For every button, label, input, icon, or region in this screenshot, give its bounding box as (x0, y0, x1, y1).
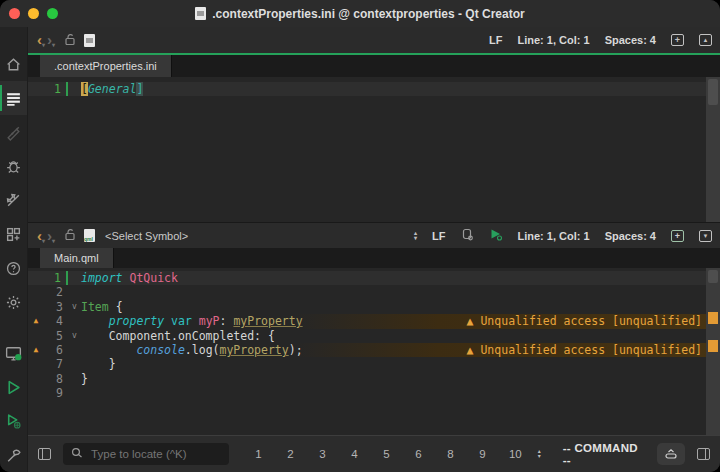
back-button[interactable]: ‹▾ (36, 32, 46, 48)
code-line-5[interactable]: 5v Component.onCompleted: { (28, 329, 720, 343)
toggle-left-sidebar-icon[interactable] (38, 448, 51, 460)
file-encoding-icon[interactable] (461, 228, 474, 243)
code-line-2[interactable]: 2 (28, 285, 720, 299)
code-line-9[interactable]: 9 (28, 386, 720, 400)
sidebar-item-debug[interactable] (0, 149, 27, 183)
sidebar-item-projects[interactable] (0, 183, 27, 217)
close-window-button[interactable] (9, 8, 20, 19)
top-tab-bar: .contextProperties.ini (28, 55, 720, 77)
sidebar-item-settings[interactable] (0, 285, 27, 319)
top-editor-toolbar: ‹▾ ›▾ LF Line: 1, Col: 1 Spaces: 4 + ▲ (28, 27, 720, 53)
toggle-right-sidebar-icon[interactable] (697, 448, 710, 460)
code-text: Item { (81, 300, 123, 314)
fold-spacer (68, 314, 81, 328)
sidebar-item-help[interactable] (0, 251, 27, 285)
kit-selector-button[interactable] (0, 336, 27, 370)
sidebar-item-edit[interactable] (0, 81, 27, 115)
locator-input[interactable] (89, 447, 219, 461)
code-line-8[interactable]: 8} (28, 372, 720, 386)
output-pane-button-9[interactable]: 9 (477, 448, 488, 460)
minimize-window-button[interactable] (28, 8, 39, 19)
zoom-window-button[interactable] (47, 8, 58, 19)
status-bar: 1234568910 ▴▾ -- COMMAND -- (28, 435, 720, 472)
output-pane-button-6[interactable]: 6 (413, 448, 424, 460)
line-number: 2 (44, 285, 68, 299)
code-line-1[interactable]: 1[General] (28, 82, 720, 96)
bottom-tab-bar: Main.qml (28, 248, 720, 268)
bottom-editor-toolbar: ‹▾ ›▾ <Select Symbol> ▴▾ LF Line: 1, Col… (28, 222, 720, 248)
split-editor-button[interactable]: + (671, 230, 684, 242)
code-line-4[interactable]: ▲4 property var myP: myProperty▲ Unquali… (28, 314, 720, 328)
bug-icon (5, 158, 22, 175)
line-ending-indicator[interactable]: LF (432, 230, 445, 242)
scrollbar-thumb[interactable] (708, 270, 718, 283)
sidebar-item-welcome[interactable] (0, 47, 27, 81)
forward-button[interactable]: ›▾ (46, 32, 56, 48)
run-debug-icon (5, 413, 22, 430)
code-line-1[interactable]: 1import QtQuick (28, 271, 720, 285)
output-pane-button-5[interactable]: 5 (381, 448, 392, 460)
back-button[interactable]: ‹▾ (36, 228, 46, 244)
locator-field[interactable] (63, 443, 229, 465)
warning-mark[interactable] (708, 312, 718, 324)
output-pane-toggle-button[interactable] (657, 443, 685, 465)
gutter-spacer (28, 357, 44, 371)
scrollbar-bottom-editor[interactable] (706, 268, 720, 435)
edit-icon (5, 90, 22, 107)
gutter-spacer (28, 271, 44, 285)
file-type-icon (84, 34, 95, 47)
line-ending-indicator[interactable]: LF (489, 34, 502, 46)
output-pane-button-1[interactable]: 1 (253, 448, 264, 460)
symbol-combo-spinner-icon[interactable]: ▴▾ (414, 231, 417, 241)
title-bar[interactable]: .contextProperties.ini @ contextproperti… (0, 0, 720, 27)
output-pane-spinner-icon[interactable]: ▴▾ (538, 449, 541, 459)
cursor-position-indicator[interactable]: Line: 1, Col: 1 (518, 230, 590, 242)
tab-contextproperties-ini[interactable]: .contextProperties.ini (40, 55, 172, 77)
run-button[interactable] (0, 370, 27, 404)
indentation-indicator[interactable]: Spaces: 4 (605, 230, 656, 242)
fold-marker-icon[interactable]: v (68, 300, 81, 314)
hammer-icon (5, 447, 22, 464)
code-line-7[interactable]: 7 } (28, 357, 720, 371)
mode-sidebar (0, 27, 28, 472)
line-number: 5 (44, 329, 68, 343)
qml-editor[interactable]: 1import QtQuick23vItem {▲4 property var … (28, 268, 720, 435)
ini-editor[interactable]: 1[General] (28, 77, 720, 222)
line-number: 9 (44, 386, 68, 400)
close-split-button[interactable]: ▼ (699, 230, 712, 242)
gutter-spacer (28, 386, 44, 400)
unlock-icon[interactable] (64, 33, 76, 48)
sidebar-item-extensions[interactable] (0, 217, 27, 251)
output-pane-button-3[interactable]: 3 (317, 448, 328, 460)
split-editor-button[interactable]: + (671, 34, 684, 46)
output-pane-buttons: 1234568910 (253, 448, 522, 460)
cursor-position-indicator[interactable]: Line: 1, Col: 1 (518, 34, 590, 46)
output-pane-button-2[interactable]: 2 (285, 448, 296, 460)
fold-spacer (68, 82, 81, 96)
run-debug-button[interactable] (0, 404, 27, 438)
scrollbar-top-editor[interactable] (706, 77, 720, 222)
fold-spacer (68, 285, 81, 299)
symbol-selector-combo[interactable]: <Select Symbol> (105, 230, 188, 242)
output-pane-button-8[interactable]: 8 (445, 448, 456, 460)
tab-main-qml[interactable]: Main.qml (40, 248, 114, 268)
code-line-6[interactable]: ▲6 console.log(myProperty);▲ Unqualified… (28, 343, 720, 357)
help-icon (5, 260, 22, 277)
output-pane-button-10[interactable]: 10 (509, 448, 522, 460)
unlock-icon[interactable] (64, 228, 76, 243)
fold-spacer (68, 271, 81, 285)
output-pane-button-4[interactable]: 4 (349, 448, 360, 460)
line-number: 6 (44, 343, 68, 357)
editor-area: ‹▾ ›▾ LF Line: 1, Col: 1 Spaces: 4 + ▲ .… (28, 27, 720, 472)
live-preview-icon[interactable] (489, 228, 503, 243)
extensions-icon (5, 226, 22, 243)
indentation-indicator[interactable]: Spaces: 4 (605, 34, 656, 46)
scrollbar-thumb[interactable] (708, 79, 718, 105)
build-button[interactable] (0, 438, 27, 472)
fold-marker-icon[interactable]: v (68, 329, 81, 343)
close-split-button[interactable]: ▲ (699, 34, 712, 46)
gear-icon (5, 294, 22, 311)
forward-button[interactable]: ›▾ (46, 228, 56, 244)
code-line-3[interactable]: 3vItem { (28, 300, 720, 314)
warning-mark[interactable] (708, 340, 718, 352)
